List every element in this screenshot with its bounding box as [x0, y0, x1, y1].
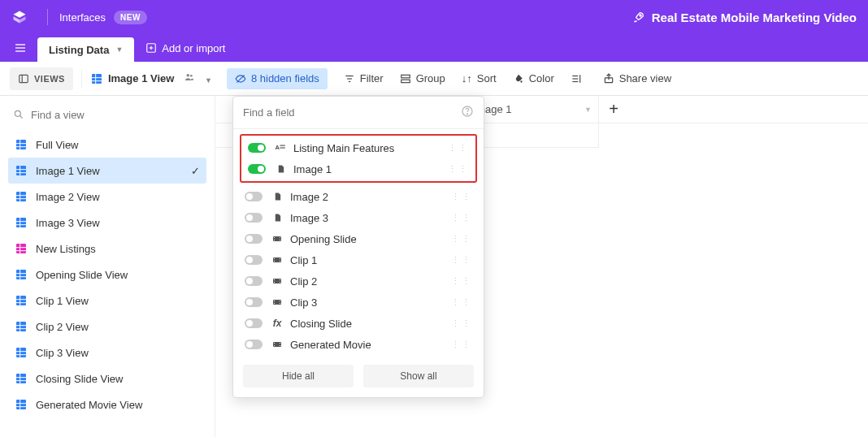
field-label: Generated Movie [290, 339, 371, 351]
sort-button[interactable]: ↓↑ Sort [462, 72, 497, 84]
field-type-icon [271, 297, 284, 307]
visibility-toggle[interactable] [245, 297, 263, 307]
hide-all-button[interactable]: Hide all [243, 365, 354, 387]
field-toggle-row[interactable]: Generated Movie⋮⋮ [238, 334, 479, 355]
svg-rect-104 [273, 342, 281, 347]
filter-button[interactable]: Filter [344, 72, 384, 84]
visibility-toggle[interactable] [245, 318, 263, 328]
add-or-import-button[interactable]: Add or import [145, 42, 225, 54]
drag-handle-icon[interactable]: ⋮⋮ [451, 276, 472, 287]
field-toggle-row[interactable]: Image 2⋮⋮ [238, 186, 479, 207]
field-type-icon [271, 340, 284, 349]
sidebar-view-item[interactable]: Clip 1 View [8, 288, 206, 314]
chevron-down-icon: ▼ [115, 45, 123, 54]
drag-handle-icon[interactable]: ⋮⋮ [448, 143, 469, 154]
row-height-button[interactable] [571, 73, 587, 84]
share-label: Share view [619, 72, 671, 84]
svg-rect-100 [274, 301, 275, 301]
svg-rect-60 [16, 322, 26, 331]
svg-rect-84 [273, 236, 281, 241]
find-field-input[interactable] [243, 106, 461, 119]
visibility-toggle[interactable] [245, 340, 263, 349]
drag-handle-icon[interactable]: ⋮⋮ [451, 297, 472, 308]
sidebar-view-item[interactable]: Image 1 View✓ [8, 158, 206, 184]
sidebar-view-item[interactable]: New Listings [8, 236, 206, 262]
interfaces-link[interactable]: Interfaces [59, 11, 106, 24]
sidebar-view-item[interactable]: Opening Slide View [8, 262, 206, 288]
sidebar-view-item[interactable]: Clip 3 View [8, 340, 206, 366]
filter-label: Filter [360, 72, 384, 84]
drag-handle-icon[interactable]: ⋮⋮ [451, 234, 472, 244]
svg-point-17 [190, 75, 193, 77]
menu-icon[interactable] [8, 36, 33, 60]
field-toggle-row[interactable]: fxClosing Slide⋮⋮ [238, 313, 479, 334]
color-icon [513, 73, 524, 84]
drag-handle-icon[interactable]: ⋮⋮ [451, 192, 472, 202]
sidebar-view-item[interactable]: Full View [8, 132, 206, 158]
sidebar-view-item[interactable]: Generated Movie View [8, 392, 206, 418]
share-view-button[interactable]: Share view [603, 72, 671, 84]
views-toggle-button[interactable]: VIEWS [10, 67, 73, 90]
base-title[interactable]: Real Estate Mobile Marketing Video [632, 11, 857, 24]
svg-rect-90 [274, 258, 275, 259]
visibility-toggle[interactable] [245, 255, 263, 265]
grid-icon [15, 372, 28, 385]
visibility-toggle[interactable] [248, 164, 266, 174]
tabbar: Listing Data ▼ Add or import [0, 34, 868, 62]
hidden-fields-button[interactable]: 8 hidden fields [227, 68, 328, 89]
collaborators-icon[interactable]: ▼ [182, 71, 212, 85]
find-view-input[interactable] [31, 109, 202, 121]
grid-icon [15, 268, 28, 281]
sidebar-icon [18, 73, 29, 84]
field-toggle-row[interactable]: Image 1⋮⋮ [241, 158, 475, 180]
view-label: Full View [36, 139, 79, 151]
svg-rect-22 [401, 75, 410, 78]
field-label: Closing Slide [290, 318, 352, 330]
grid-icon [15, 398, 28, 411]
drag-handle-icon[interactable]: ⋮⋮ [451, 318, 472, 329]
drag-handle-icon[interactable]: ⋮⋮ [451, 213, 472, 223]
svg-rect-88 [280, 240, 280, 240]
drag-handle-icon[interactable]: ⋮⋮ [448, 164, 469, 175]
drag-handle-icon[interactable]: ⋮⋮ [451, 255, 472, 266]
app-logo-icon[interactable] [11, 9, 28, 25]
group-label: Group [416, 72, 445, 84]
help-icon[interactable] [461, 105, 474, 120]
current-view[interactable]: Image 1 View ▼ [90, 71, 212, 85]
chevron-down-icon[interactable]: ▼ [584, 106, 592, 114]
group-button[interactable]: Group [400, 72, 445, 84]
field-label: Listing Main Features [293, 142, 394, 154]
field-toggle-row[interactable]: AListing Main Features⋮⋮ [241, 137, 475, 158]
table-tab[interactable]: Listing Data ▼ [37, 37, 134, 62]
divider [81, 70, 82, 88]
svg-point-24 [520, 80, 522, 82]
svg-rect-107 [280, 343, 280, 344]
field-toggle-row[interactable]: Clip 3⋮⋮ [238, 292, 479, 313]
drag-handle-icon[interactable]: ⋮⋮ [451, 340, 472, 350]
svg-rect-32 [16, 140, 26, 149]
rocket-icon [632, 11, 645, 24]
sidebar-view-item[interactable]: Image 3 View [8, 210, 206, 236]
row-height-icon [571, 73, 582, 84]
sidebar-view-item[interactable]: Closing Slide View [8, 366, 206, 392]
field-toggle-row[interactable]: Clip 1⋮⋮ [238, 249, 479, 270]
new-badge: NEW [114, 11, 147, 24]
field-toggle-row[interactable]: Opening Slide⋮⋮ [238, 228, 479, 249]
visibility-toggle[interactable] [245, 192, 263, 201]
sidebar-view-item[interactable]: Clip 2 View [8, 314, 206, 340]
color-button[interactable]: Color [513, 72, 554, 84]
find-view[interactable] [8, 102, 206, 127]
svg-rect-105 [274, 343, 275, 344]
visibility-toggle[interactable] [245, 234, 263, 244]
show-all-button[interactable]: Show all [363, 365, 474, 387]
add-column-button[interactable]: + [599, 96, 628, 123]
visibility-toggle[interactable] [248, 143, 266, 153]
visibility-toggle[interactable] [245, 213, 263, 223]
svg-rect-93 [280, 261, 280, 262]
svg-text:A: A [276, 144, 280, 151]
visibility-toggle[interactable] [245, 276, 263, 286]
field-toggle-row[interactable]: Clip 2⋮⋮ [238, 270, 479, 292]
field-toggle-row[interactable]: Image 3⋮⋮ [238, 207, 479, 228]
toolbar: VIEWS Image 1 View ▼ 8 hidden fields Fil… [0, 62, 868, 96]
sidebar-view-item[interactable]: Image 2 View [8, 184, 206, 210]
